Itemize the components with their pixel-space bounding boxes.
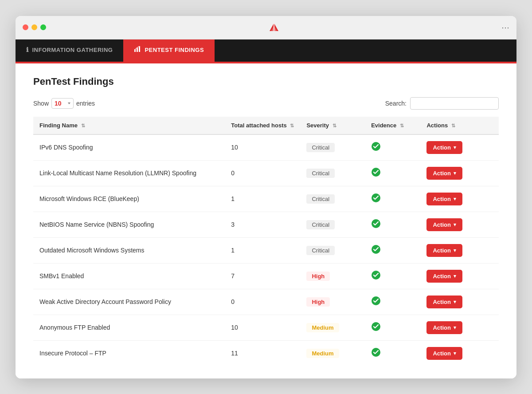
- maximize-button[interactable]: [40, 24, 46, 30]
- logo-icon: [268, 21, 280, 34]
- findings-table: Finding Name ⇅ Total attached hosts ⇅ Se…: [33, 117, 499, 366]
- cell-severity: Critical: [300, 134, 365, 161]
- show-label: Show: [33, 100, 49, 107]
- cell-finding-name: Insecure Protocol – FTP: [33, 340, 225, 366]
- main-content: PenTest Findings Show 10 25 50 100 entri…: [16, 63, 516, 378]
- show-entries-control: Show 10 25 50 100 entries: [33, 98, 95, 109]
- page-title: PenTest Findings: [33, 76, 499, 87]
- tab-information-gathering[interactable]: ℹ INFORMATION GATHERING: [16, 39, 123, 62]
- action-chevron-icon: ▾: [454, 273, 456, 279]
- action-chevron-icon: ▾: [454, 170, 456, 176]
- evidence-check-icon: [371, 298, 381, 307]
- evidence-check-icon: [371, 221, 381, 230]
- action-button[interactable]: Action ▾: [426, 321, 462, 334]
- col-header-finding-name[interactable]: Finding Name ⇅: [33, 117, 225, 134]
- cell-evidence: [365, 263, 420, 289]
- evidence-check-icon: [371, 143, 381, 153]
- action-button-label: Action: [433, 196, 450, 202]
- minimize-button[interactable]: [31, 24, 37, 30]
- severity-badge: High: [306, 272, 330, 281]
- more-options-icon[interactable]: ⋯: [501, 23, 509, 32]
- cell-action: Action ▾: [420, 340, 499, 366]
- col-header-severity[interactable]: Severity ⇅: [300, 117, 365, 134]
- action-button[interactable]: Action ▾: [426, 193, 462, 205]
- action-button-label: Action: [433, 324, 450, 331]
- action-button-label: Action: [433, 144, 450, 151]
- col-header-evidence[interactable]: Evidence ⇅: [365, 117, 420, 134]
- action-chevron-icon: ▾: [454, 196, 456, 202]
- cell-severity: High: [300, 263, 365, 289]
- cell-severity: Medium: [300, 340, 365, 366]
- action-button-label: Action: [433, 247, 450, 254]
- cell-severity: Critical: [300, 212, 365, 237]
- search-input[interactable]: [410, 97, 499, 110]
- cell-evidence: [365, 315, 420, 340]
- severity-badge: Medium: [306, 323, 339, 332]
- table-row: Weak Active Directory Account Password P…: [33, 289, 499, 315]
- cell-finding-name: SMBv1 Enabled: [33, 263, 225, 289]
- cell-evidence: [365, 212, 420, 237]
- cell-action: Action ▾: [420, 212, 499, 237]
- evidence-check-icon: [371, 349, 381, 359]
- action-button[interactable]: Action ▾: [426, 270, 462, 283]
- svg-rect-5: [139, 46, 140, 52]
- chart-icon: [134, 46, 141, 54]
- cell-hosts: 10: [225, 134, 300, 161]
- cell-hosts: 3: [225, 212, 300, 237]
- action-button-label: Action: [433, 221, 450, 228]
- action-button-label: Action: [433, 170, 450, 177]
- col-header-actions[interactable]: Actions ⇅: [420, 117, 499, 134]
- navbar: ℹ INFORMATION GATHERING PENTEST FINDINGS: [16, 39, 516, 62]
- cell-hosts: 1: [225, 186, 300, 212]
- cell-hosts: 11: [225, 340, 300, 366]
- cell-severity: Medium: [300, 315, 365, 340]
- action-button[interactable]: Action ▾: [426, 244, 462, 257]
- action-chevron-icon: ▾: [454, 145, 456, 150]
- cell-hosts: 7: [225, 263, 300, 289]
- severity-badge: Critical: [306, 220, 335, 229]
- table-row: Outdated Microsoft Windows Systems 1 Cri…: [33, 237, 499, 263]
- cell-hosts: 0: [225, 160, 300, 186]
- action-button[interactable]: Action ▾: [426, 167, 462, 180]
- tab-pentest-findings[interactable]: PENTEST FINDINGS: [123, 39, 215, 62]
- traffic-lights: [23, 24, 46, 30]
- action-button[interactable]: Action ▾: [426, 218, 462, 231]
- tab-information-gathering-label: INFORMATION GATHERING: [32, 47, 113, 53]
- action-chevron-icon: ▾: [454, 351, 456, 356]
- action-chevron-icon: ▾: [454, 222, 456, 228]
- table-row: Insecure Protocol – FTP 11 Medium Action…: [33, 340, 499, 366]
- severity-badge: Medium: [306, 349, 339, 358]
- cell-finding-name: IPv6 DNS Spoofing: [33, 134, 225, 161]
- sort-finding-icon: ⇅: [81, 123, 85, 129]
- app-window: ⋯ ℹ INFORMATION GATHERING PENTEST FINDIN…: [16, 16, 516, 378]
- cell-severity: High: [300, 289, 365, 315]
- titlebar: ⋯: [16, 16, 516, 39]
- action-chevron-icon: ▾: [454, 248, 456, 253]
- action-button-label: Action: [433, 273, 450, 280]
- search-label: Search:: [385, 100, 407, 107]
- action-button[interactable]: Action ▾: [426, 347, 462, 360]
- severity-badge: Critical: [306, 194, 335, 204]
- cell-hosts: 10: [225, 315, 300, 340]
- evidence-check-icon: [371, 169, 381, 179]
- cell-finding-name: NetBIOS Name Service (NBNS) Spoofing: [33, 212, 225, 237]
- close-button[interactable]: [23, 24, 28, 30]
- col-header-total-hosts[interactable]: Total attached hosts ⇅: [225, 117, 300, 134]
- app-logo: [268, 21, 280, 34]
- action-button[interactable]: Action ▾: [426, 141, 462, 154]
- action-chevron-icon: ▾: [454, 325, 456, 331]
- cell-evidence: [365, 289, 420, 315]
- action-button-label: Action: [433, 299, 450, 305]
- cell-severity: Critical: [300, 237, 365, 263]
- severity-badge: Critical: [306, 246, 335, 255]
- table-controls: Show 10 25 50 100 entries Search:: [33, 97, 499, 110]
- cell-evidence: [365, 340, 420, 366]
- info-icon: ℹ: [26, 46, 29, 53]
- cell-finding-name: Weak Active Directory Account Password P…: [33, 289, 225, 315]
- entries-select[interactable]: 10 25 50 100: [51, 98, 74, 109]
- svg-rect-3: [134, 49, 136, 52]
- severity-badge: Critical: [306, 169, 335, 178]
- action-button[interactable]: Action ▾: [426, 296, 462, 308]
- cell-action: Action ▾: [420, 315, 499, 340]
- cell-action: Action ▾: [420, 237, 499, 263]
